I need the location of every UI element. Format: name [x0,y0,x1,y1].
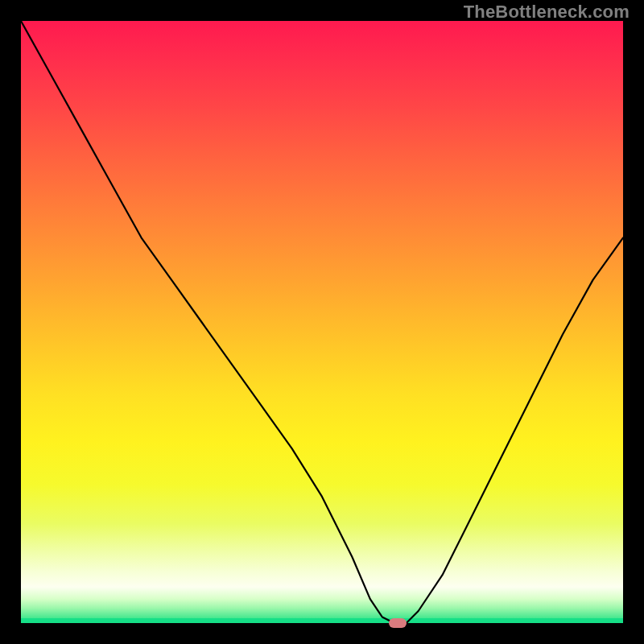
chart-frame: TheBottleneck.com [0,0,644,644]
bottleneck-curve [21,21,623,623]
plot-area [21,21,623,623]
watermark-text: TheBottleneck.com [464,2,630,23]
optimum-marker [389,618,407,628]
